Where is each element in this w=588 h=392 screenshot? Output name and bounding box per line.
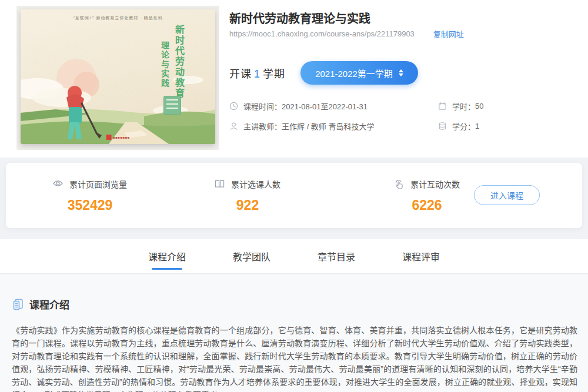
semester-row: 开课1学期 2021-2022第一学期 xyxy=(229,61,418,85)
course-credit-item: 学分： 1 xyxy=(438,120,479,132)
course-teacher-label: 主讲教师： xyxy=(243,120,282,132)
tab-course-review[interactable]: 课程评审 xyxy=(402,239,440,273)
cover-title-line2: 理论与实践 xyxy=(159,41,171,88)
cover-stamp-badge xyxy=(163,96,181,115)
enter-course-button[interactable]: 进入课程 xyxy=(474,185,540,205)
course-credit-value: 1 xyxy=(475,122,479,130)
chevron-updown-icon xyxy=(399,69,403,76)
course-url-row: https://mooc1.chaoxing.com/course-ans/ps… xyxy=(229,28,570,39)
stat-label: 累计选课人数 xyxy=(231,178,280,190)
course-hours-value: 50 xyxy=(475,102,483,110)
document-icon xyxy=(13,299,24,310)
page-title: 新时代劳动教育理论与实践 xyxy=(229,9,370,26)
stat-value: 352429 xyxy=(68,197,113,213)
course-hours-item: 学时： 50 xyxy=(438,100,483,112)
course-teacher-item: 主讲教师： 王作辉 / 教师 青岛科技大学 xyxy=(229,120,438,132)
semester-count-text: 开课1学期 xyxy=(229,65,285,81)
stat-enrolled: 累计选课人数 922 xyxy=(215,178,280,213)
cover-series-note: “互联网+” 劳动教育立体化教材 · 精品系列 xyxy=(21,15,215,21)
course-description-text: 《劳动实践》作为实施劳动教育的核心课程是德育教育的一个组成部分，它与德育、智育、… xyxy=(12,324,577,392)
tap-hand-icon xyxy=(394,179,404,189)
course-meta: 课程时间： 2021-08-01至2022-01-31 学时： 50 主讲教师：… xyxy=(229,99,576,139)
course-hours-label: 学时： xyxy=(452,100,475,112)
semester-suffix: 学期 xyxy=(263,68,285,80)
tab-teaching-team[interactable]: 教学团队 xyxy=(233,239,270,273)
course-url: https://mooc1.chaoxing.com/course-ans/ps… xyxy=(229,29,415,38)
section-header: 课程介绍 xyxy=(13,297,69,311)
copy-url-link[interactable]: 复制网址 xyxy=(433,28,464,39)
stat-page-views: 累计页面浏览量 352429 xyxy=(53,178,127,213)
clock-icon xyxy=(229,102,238,110)
course-intro-section: 课程介绍 《劳动实践》作为实施劳动教育的核心课程是德育教育的一个组成部分，它与德… xyxy=(0,274,588,392)
section-title: 课程介绍 xyxy=(29,297,69,311)
eye-icon xyxy=(53,179,63,189)
stat-value: 6226 xyxy=(412,197,442,213)
publisher-logo-icon: ■■■■■■■ xyxy=(106,135,130,140)
stat-label: 累计页面浏览量 xyxy=(69,178,127,190)
book-cover: “互联网+” 劳动教育立体化教材 · 精品系列 新时代劳动教育 理论与实践 ■■… xyxy=(21,9,215,144)
semester-select[interactable]: 2021-2022第一学期 xyxy=(300,61,418,85)
semester-count: 1 xyxy=(252,68,263,80)
tab-bar: 课程介绍 教学团队 章节目录 课程评审 xyxy=(0,239,588,274)
course-time-value: 2021-08-01至2022-01-31 xyxy=(282,100,368,112)
stat-label: 累计互动次数 xyxy=(410,178,460,190)
course-cover-image: “互联网+” 劳动教育立体化教材 · 精品系列 新时代劳动教育 理论与实践 ■■… xyxy=(16,6,219,150)
course-teacher-value: 王作辉 / 教师 青岛科技大学 xyxy=(282,120,374,132)
course-header-section: “互联网+” 劳动教育立体化教材 · 精品系列 新时代劳动教育 理论与实践 ■■… xyxy=(0,0,588,158)
course-credit-label: 学分： xyxy=(452,120,475,132)
tab-course-intro[interactable]: 课程介绍 xyxy=(148,239,186,273)
credits-stack-icon xyxy=(438,122,447,130)
tab-chapter-catalog[interactable]: 章节目录 xyxy=(318,239,355,273)
person-icon xyxy=(229,122,238,130)
course-time-label: 课程时间： xyxy=(243,100,282,112)
stats-card: 累计页面浏览量 352429 累计选课人数 922 累计互动次数 6226 进入… xyxy=(6,163,582,228)
stat-interactions: 累计互动次数 6226 xyxy=(394,178,460,213)
cover-illustration xyxy=(21,9,215,144)
semester-prefix: 开课 xyxy=(229,68,252,80)
book-icon xyxy=(215,179,225,189)
stat-value: 922 xyxy=(236,197,259,213)
semester-selected-value: 2021-2022第一学期 xyxy=(315,67,393,79)
calendar-icon xyxy=(438,102,447,110)
cover-title-line1: 新时代劳动教育 xyxy=(172,25,186,99)
course-time-item: 课程时间： 2021-08-01至2022-01-31 xyxy=(229,100,438,112)
